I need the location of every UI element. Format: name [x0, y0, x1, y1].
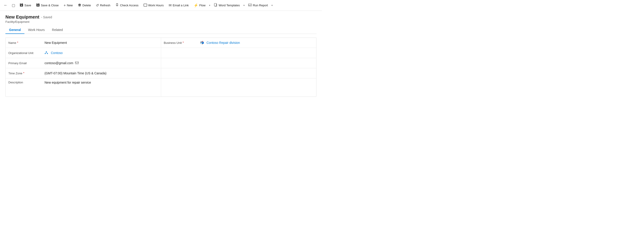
svg-rect-6	[75, 62, 78, 64]
form-row-name: Name * New Equipment Business Unit * 📬 C…	[6, 38, 316, 48]
svg-point-4	[45, 53, 46, 54]
delete-icon	[78, 3, 82, 8]
timezone-required-indicator: *	[23, 72, 24, 75]
description-value: New equipment for repair service	[44, 81, 158, 84]
org-unit-label: Organizational Unit	[8, 51, 44, 55]
refresh-button[interactable]: ↺ Refresh	[94, 2, 112, 9]
tab-related[interactable]: Related	[48, 26, 66, 34]
flow-button-group: ⚡ Flow ▾	[192, 2, 211, 9]
email-link-button[interactable]: ✉ Email a Link	[166, 2, 191, 9]
name-required-indicator: *	[17, 41, 18, 44]
save-icon	[20, 3, 23, 8]
name-label: Name *	[8, 41, 44, 44]
form-half-org-unit: Organizational Unit Contoso	[6, 48, 161, 58]
word-templates-label: Word Templates	[218, 4, 240, 7]
record-header: New Equipment - Saved Facility/Equipment	[6, 14, 316, 24]
record-title: New Equipment - Saved	[6, 14, 316, 20]
timezone-value: (GMT-07:00) Mountain Time (US & Canada)	[44, 72, 158, 75]
work-hours-icon	[144, 3, 147, 8]
record-saved-status: - Saved	[41, 15, 52, 19]
svg-point-5	[47, 53, 48, 54]
save-label: Save	[24, 4, 31, 7]
email-field-icon[interactable]	[75, 61, 79, 65]
org-unit-icon	[44, 51, 48, 55]
primary-email-label: Primary Email	[8, 62, 44, 65]
run-report-dropdown-button[interactable]: ▾	[270, 3, 274, 8]
delete-label: Delete	[82, 4, 91, 7]
form-half-org-unit-right	[161, 48, 316, 58]
record-name: New Equipment	[6, 14, 39, 20]
tab-general[interactable]: General	[6, 26, 24, 34]
check-access-label: Check Access	[120, 4, 138, 7]
word-templates-button[interactable]: Word Templates	[212, 2, 242, 9]
back-icon: ←	[4, 3, 8, 8]
flow-label: Flow	[199, 4, 206, 7]
delete-button[interactable]: Delete	[76, 2, 93, 9]
flow-button[interactable]: ⚡ Flow	[192, 2, 208, 9]
svg-rect-2	[248, 4, 252, 6]
timezone-label: Time Zone *	[8, 72, 44, 75]
business-unit-icon: 📬	[200, 41, 204, 44]
form-half-business-unit: Business Unit * 📬 Contoso Repair divisio…	[161, 38, 316, 48]
form-half-timezone: Time Zone * (GMT-07:00) Mountain Time (U…	[6, 68, 161, 78]
tabs-container: General Work Hours Related	[6, 26, 316, 34]
form-half-description: Description New equipment for repair ser…	[6, 78, 161, 96]
email-link-icon: ✉	[169, 3, 172, 8]
toolbar: ← ▢ Save Save & Close + New Delete ↺ Ref…	[0, 0, 322, 11]
work-hours-label: Work Hours	[148, 4, 164, 7]
refresh-label: Refresh	[100, 4, 110, 7]
org-unit-value: Contoso	[44, 51, 158, 55]
form-half-description-right	[161, 78, 316, 96]
business-unit-link[interactable]: Contoso Repair division	[206, 41, 240, 44]
business-unit-label: Business Unit *	[164, 41, 200, 44]
flow-dropdown-button[interactable]: ▾	[208, 3, 211, 8]
work-hours-button[interactable]: Work Hours	[141, 2, 166, 9]
tab-related-label: Related	[52, 28, 63, 32]
tab-work-hours-label: Work Hours	[28, 28, 45, 32]
window-icon: ▢	[12, 4, 15, 7]
run-report-label: Run Report	[253, 4, 268, 7]
business-unit-value: 📬 Contoso Repair division	[200, 41, 314, 44]
form-section: Name * New Equipment Business Unit * 📬 C…	[6, 38, 316, 97]
name-value: New Equipment	[44, 41, 158, 44]
form-half-primary-email-right	[161, 58, 316, 68]
save-close-icon	[36, 3, 40, 8]
form-row-org-unit: Organizational Unit Contoso	[6, 48, 316, 58]
run-report-button-group: Run Report ▾	[246, 2, 274, 9]
word-templates-icon	[214, 3, 218, 8]
primary-email-value: contoso@gmail.com	[44, 61, 158, 65]
save-button[interactable]: Save	[18, 2, 34, 9]
save-close-label: Save & Close	[41, 4, 59, 7]
record-type: Facility/Equipment	[6, 20, 316, 24]
check-access-icon	[115, 3, 119, 8]
word-templates-button-group: Word Templates ▾	[212, 2, 245, 9]
save-close-button[interactable]: Save & Close	[34, 2, 61, 9]
new-button[interactable]: + New	[61, 2, 75, 9]
check-access-button[interactable]: Check Access	[113, 2, 141, 9]
form-half-timezone-right	[161, 68, 316, 78]
back-button[interactable]: ←	[2, 2, 10, 9]
svg-point-3	[46, 51, 47, 52]
business-unit-required-indicator: *	[183, 41, 184, 44]
form-row-timezone: Time Zone * (GMT-07:00) Mountain Time (U…	[6, 68, 316, 78]
tab-general-label: General	[9, 28, 21, 32]
form-half-name: Name * New Equipment	[6, 38, 161, 48]
run-report-chevron-icon: ▾	[272, 4, 272, 6]
content-area: New Equipment - Saved Facility/Equipment…	[0, 11, 322, 100]
window-button[interactable]: ▢	[10, 2, 17, 9]
run-report-button[interactable]: Run Report	[246, 2, 270, 9]
org-unit-link[interactable]: Contoso	[51, 51, 62, 55]
email-link-label: Email a Link	[173, 4, 189, 7]
tab-work-hours[interactable]: Work Hours	[24, 26, 48, 34]
word-templates-dropdown-button[interactable]: ▾	[242, 3, 246, 8]
flow-chevron-icon: ▾	[209, 4, 210, 6]
refresh-icon: ↺	[96, 3, 99, 8]
svg-rect-1	[214, 4, 216, 6]
word-templates-chevron-icon: ▾	[244, 4, 244, 6]
new-icon: +	[64, 4, 66, 8]
run-report-icon	[248, 3, 252, 8]
form-row-primary-email: Primary Email contoso@gmail.com	[6, 58, 316, 68]
form-half-primary-email: Primary Email contoso@gmail.com	[6, 58, 161, 68]
svg-rect-0	[144, 4, 147, 6]
new-label: New	[67, 4, 73, 7]
